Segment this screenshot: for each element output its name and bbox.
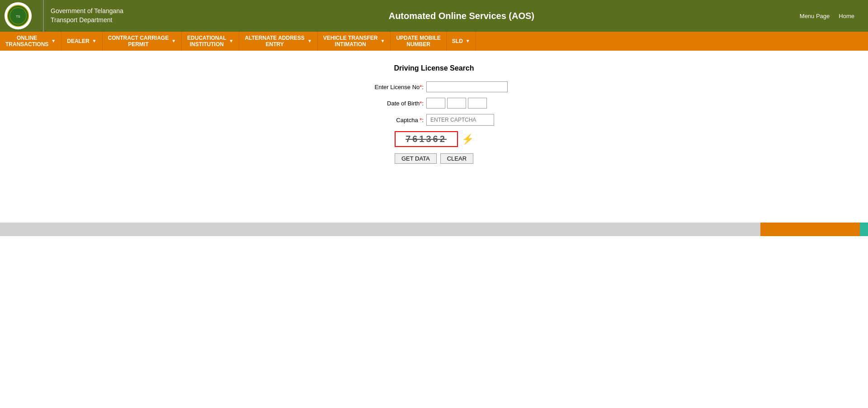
home-link[interactable]: Home	[839, 13, 854, 19]
nav-educational-institution[interactable]: EDUCATIONAL INSTITUTION ▼	[182, 32, 239, 51]
nav-label-contract-carriage: CONTRACT CARRIAGE PERMIT	[108, 35, 169, 48]
captcha-label: Captcha *:	[360, 117, 424, 123]
form-title: Driving License Search	[0, 64, 868, 72]
nav-label-update-mobile: UPDATE MOBILE NUMBER	[396, 35, 440, 48]
footer-gray	[0, 223, 760, 236]
nav-arrow-contract-carriage: ▼	[171, 38, 176, 44]
captcha-image: 761362	[395, 131, 458, 147]
nav-arrow-alternate-address: ▼	[307, 38, 312, 44]
form-table: Enter License No*: Date of Birth*: Captc	[360, 81, 508, 131]
org-logo: TS	[5, 2, 32, 29]
header-divider	[43, 0, 44, 32]
nav-label-sld: SLD	[452, 38, 463, 44]
nav-label-alternate-address: ALTERNATE ADDRESS ENTRY	[245, 35, 304, 48]
org-name: Government of Telangana Transport Depart…	[51, 7, 123, 24]
header-nav-right: Menu Page Home	[800, 13, 854, 19]
dob-row: Date of Birth*:	[360, 98, 508, 109]
license-row: Enter License No*:	[360, 81, 508, 92]
nav-arrow-sld: ▼	[466, 38, 470, 44]
dob-label: Date of Birth*:	[360, 100, 424, 107]
nav-arrow-educational-institution: ▼	[229, 38, 234, 44]
nav-label-online-transactions: ONLINE TRANSACTIONS	[5, 35, 48, 48]
menu-page-link[interactable]: Menu Page	[800, 13, 830, 19]
nav-contract-carriage[interactable]: CONTRACT CARRIAGE PERMIT ▼	[103, 32, 182, 51]
nav-alternate-address[interactable]: ALTERNATE ADDRESS ENTRY ▼	[239, 32, 317, 51]
captcha-row: Captcha *:	[360, 114, 508, 126]
dob-month-input[interactable]	[447, 98, 466, 109]
footer-orange	[760, 223, 860, 236]
nav-arrow-dealer: ▼	[92, 38, 97, 44]
license-label: Enter License No*:	[360, 84, 424, 90]
dob-inputs	[426, 98, 487, 109]
button-row: GET DATA CLEAR	[0, 153, 868, 164]
nav-vehicle-transfer[interactable]: VEHICLE TRANSFER INTIMATION ▼	[318, 32, 391, 51]
nav-dealer[interactable]: DEALER ▼	[61, 32, 102, 51]
header: TS Government of Telangana Transport Dep…	[0, 0, 868, 32]
nav-label-dealer: DEALER	[67, 38, 89, 44]
refresh-captcha-icon[interactable]: ⚡	[462, 133, 474, 145]
main-content: Driving License Search Enter License No*…	[0, 51, 868, 223]
get-data-button[interactable]: GET DATA	[395, 153, 437, 164]
nav-arrow-vehicle-transfer: ▼	[380, 38, 385, 44]
captcha-input[interactable]	[426, 114, 494, 126]
dob-day-input[interactable]	[426, 98, 445, 109]
nav-sld[interactable]: SLD ▼	[447, 32, 476, 51]
captcha-image-row: 761362 ⚡	[0, 131, 868, 147]
app-title: Automated Online Services (AOS)	[123, 11, 800, 21]
nav-arrow-online-transactions: ▼	[51, 38, 56, 44]
footer-bar	[0, 223, 868, 236]
license-input[interactable]	[426, 81, 508, 92]
nav-label-vehicle-transfer: VEHICLE TRANSFER INTIMATION	[323, 35, 378, 48]
form-container: Driving License Search Enter License No*…	[0, 64, 868, 164]
nav-update-mobile[interactable]: UPDATE MOBILE NUMBER	[391, 32, 446, 51]
nav-online-transactions[interactable]: ONLINE TRANSACTIONS ▼	[0, 32, 61, 51]
clear-button[interactable]: CLEAR	[440, 153, 473, 164]
svg-text:TS: TS	[16, 14, 20, 19]
footer-teal	[860, 223, 868, 236]
navbar: ONLINE TRANSACTIONS ▼ DEALER ▼ CONTRACT …	[0, 32, 868, 51]
dob-year-input[interactable]	[468, 98, 487, 109]
nav-label-educational-institution: EDUCATIONAL INSTITUTION	[187, 35, 226, 48]
